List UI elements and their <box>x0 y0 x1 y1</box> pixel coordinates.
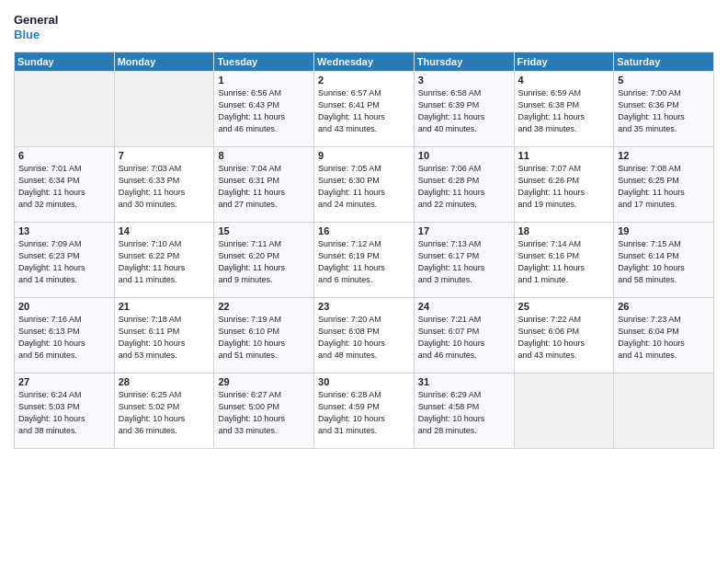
logo-svg: General Blue <box>14 9 60 44</box>
svg-text:Blue: Blue <box>14 28 40 41</box>
calendar-cell <box>114 72 214 147</box>
day-info: Sunrise: 6:57 AM Sunset: 6:41 PM Dayligh… <box>318 87 410 135</box>
day-number: 31 <box>418 376 510 387</box>
calendar-cell: 15Sunrise: 7:11 AM Sunset: 6:20 PM Dayli… <box>214 223 314 298</box>
day-info: Sunrise: 7:01 AM Sunset: 6:34 PM Dayligh… <box>18 163 110 211</box>
day-number: 29 <box>218 376 310 387</box>
day-number: 22 <box>218 301 310 312</box>
day-info: Sunrise: 7:06 AM Sunset: 6:28 PM Dayligh… <box>418 163 510 211</box>
weekday-header-wednesday: Wednesday <box>314 52 415 72</box>
day-number: 8 <box>218 150 310 161</box>
day-number: 1 <box>218 75 310 86</box>
calendar-cell: 8Sunrise: 7:04 AM Sunset: 6:31 PM Daylig… <box>214 147 314 223</box>
day-number: 27 <box>18 376 110 387</box>
weekday-header-thursday: Thursday <box>414 52 514 72</box>
day-info: Sunrise: 6:28 AM Sunset: 4:59 PM Dayligh… <box>318 389 410 437</box>
day-info: Sunrise: 7:05 AM Sunset: 6:30 PM Dayligh… <box>318 163 410 211</box>
calendar-cell: 22Sunrise: 7:19 AM Sunset: 6:10 PM Dayli… <box>214 298 314 373</box>
day-info: Sunrise: 7:11 AM Sunset: 6:20 PM Dayligh… <box>218 238 310 286</box>
logo: General Blue <box>14 9 60 44</box>
calendar-cell: 14Sunrise: 7:10 AM Sunset: 6:22 PM Dayli… <box>114 223 214 298</box>
day-info: Sunrise: 6:24 AM Sunset: 5:03 PM Dayligh… <box>18 389 110 437</box>
day-number: 9 <box>318 150 410 161</box>
day-info: Sunrise: 6:27 AM Sunset: 5:00 PM Dayligh… <box>218 389 310 437</box>
day-number: 5 <box>618 75 710 86</box>
calendar-cell: 16Sunrise: 7:12 AM Sunset: 6:19 PM Dayli… <box>314 223 415 298</box>
day-info: Sunrise: 6:56 AM Sunset: 6:43 PM Dayligh… <box>218 87 310 135</box>
day-info: Sunrise: 6:59 AM Sunset: 6:38 PM Dayligh… <box>518 87 610 135</box>
day-info: Sunrise: 7:04 AM Sunset: 6:31 PM Dayligh… <box>218 163 310 211</box>
weekday-header-sunday: Sunday <box>15 52 115 72</box>
weekday-header-saturday: Saturday <box>614 52 714 72</box>
day-info: Sunrise: 7:08 AM Sunset: 6:25 PM Dayligh… <box>618 163 710 211</box>
day-info: Sunrise: 7:14 AM Sunset: 6:16 PM Dayligh… <box>518 238 610 286</box>
day-number: 4 <box>518 75 610 86</box>
calendar-cell: 27Sunrise: 6:24 AM Sunset: 5:03 PM Dayli… <box>15 373 115 449</box>
day-info: Sunrise: 7:00 AM Sunset: 6:36 PM Dayligh… <box>618 87 710 135</box>
calendar-cell: 19Sunrise: 7:15 AM Sunset: 6:14 PM Dayli… <box>614 223 714 298</box>
day-number: 13 <box>18 225 110 236</box>
day-number: 2 <box>318 75 410 86</box>
day-number: 17 <box>418 225 510 236</box>
calendar-cell: 29Sunrise: 6:27 AM Sunset: 5:00 PM Dayli… <box>214 373 314 449</box>
calendar-cell: 2Sunrise: 6:57 AM Sunset: 6:41 PM Daylig… <box>314 72 415 147</box>
calendar-week-row: 13Sunrise: 7:09 AM Sunset: 6:23 PM Dayli… <box>15 223 714 298</box>
day-info: Sunrise: 7:03 AM Sunset: 6:33 PM Dayligh… <box>119 163 210 211</box>
day-number: 15 <box>218 225 310 236</box>
calendar-cell: 20Sunrise: 7:16 AM Sunset: 6:13 PM Dayli… <box>15 298 115 373</box>
weekday-header-friday: Friday <box>514 52 614 72</box>
calendar-cell: 4Sunrise: 6:59 AM Sunset: 6:38 PM Daylig… <box>514 72 614 147</box>
day-number: 16 <box>318 225 410 236</box>
calendar-table: SundayMondayTuesdayWednesdayThursdayFrid… <box>14 52 714 449</box>
day-number: 26 <box>618 301 710 312</box>
calendar-cell <box>15 72 115 147</box>
day-number: 24 <box>418 301 510 312</box>
calendar-week-row: 6Sunrise: 7:01 AM Sunset: 6:34 PM Daylig… <box>15 147 714 223</box>
calendar-cell: 21Sunrise: 7:18 AM Sunset: 6:11 PM Dayli… <box>114 298 214 373</box>
day-number: 23 <box>318 301 410 312</box>
day-info: Sunrise: 7:13 AM Sunset: 6:17 PM Dayligh… <box>418 238 510 286</box>
day-number: 12 <box>618 150 710 161</box>
calendar-week-row: 1Sunrise: 6:56 AM Sunset: 6:43 PM Daylig… <box>15 72 714 147</box>
day-info: Sunrise: 7:20 AM Sunset: 6:08 PM Dayligh… <box>318 314 410 362</box>
calendar-cell: 10Sunrise: 7:06 AM Sunset: 6:28 PM Dayli… <box>414 147 514 223</box>
calendar-cell: 31Sunrise: 6:29 AM Sunset: 4:58 PM Dayli… <box>414 373 514 449</box>
calendar-cell: 28Sunrise: 6:25 AM Sunset: 5:02 PM Dayli… <box>114 373 214 449</box>
day-number: 28 <box>119 376 210 387</box>
calendar-cell: 30Sunrise: 6:28 AM Sunset: 4:59 PM Dayli… <box>314 373 415 449</box>
weekday-header-tuesday: Tuesday <box>214 52 314 72</box>
calendar-cell: 12Sunrise: 7:08 AM Sunset: 6:25 PM Dayli… <box>614 147 714 223</box>
calendar-cell: 3Sunrise: 6:58 AM Sunset: 6:39 PM Daylig… <box>414 72 514 147</box>
day-info: Sunrise: 6:58 AM Sunset: 6:39 PM Dayligh… <box>418 87 510 135</box>
calendar-cell: 6Sunrise: 7:01 AM Sunset: 6:34 PM Daylig… <box>15 147 115 223</box>
calendar-cell: 9Sunrise: 7:05 AM Sunset: 6:30 PM Daylig… <box>314 147 415 223</box>
day-info: Sunrise: 6:29 AM Sunset: 4:58 PM Dayligh… <box>418 389 510 437</box>
day-info: Sunrise: 7:18 AM Sunset: 6:11 PM Dayligh… <box>119 314 210 362</box>
calendar-cell: 5Sunrise: 7:00 AM Sunset: 6:36 PM Daylig… <box>614 72 714 147</box>
calendar-cell: 13Sunrise: 7:09 AM Sunset: 6:23 PM Dayli… <box>15 223 115 298</box>
calendar-week-row: 20Sunrise: 7:16 AM Sunset: 6:13 PM Dayli… <box>15 298 714 373</box>
day-number: 18 <box>518 225 610 236</box>
calendar-cell: 7Sunrise: 7:03 AM Sunset: 6:33 PM Daylig… <box>114 147 214 223</box>
calendar-cell <box>514 373 614 449</box>
day-info: Sunrise: 7:16 AM Sunset: 6:13 PM Dayligh… <box>18 314 110 362</box>
header: General Blue <box>14 9 714 44</box>
day-info: Sunrise: 7:19 AM Sunset: 6:10 PM Dayligh… <box>218 314 310 362</box>
day-number: 11 <box>518 150 610 161</box>
day-info: Sunrise: 7:15 AM Sunset: 6:14 PM Dayligh… <box>618 238 710 286</box>
day-info: Sunrise: 7:22 AM Sunset: 6:06 PM Dayligh… <box>518 314 610 362</box>
weekday-header-monday: Monday <box>114 52 214 72</box>
day-number: 19 <box>618 225 710 236</box>
day-number: 14 <box>119 225 210 236</box>
day-number: 3 <box>418 75 510 86</box>
day-info: Sunrise: 7:12 AM Sunset: 6:19 PM Dayligh… <box>318 238 410 286</box>
day-number: 30 <box>318 376 410 387</box>
day-number: 25 <box>518 301 610 312</box>
calendar-cell: 26Sunrise: 7:23 AM Sunset: 6:04 PM Dayli… <box>614 298 714 373</box>
day-info: Sunrise: 7:23 AM Sunset: 6:04 PM Dayligh… <box>618 314 710 362</box>
day-info: Sunrise: 7:09 AM Sunset: 6:23 PM Dayligh… <box>18 238 110 286</box>
day-number: 7 <box>119 150 210 161</box>
calendar-week-row: 27Sunrise: 6:24 AM Sunset: 5:03 PM Dayli… <box>15 373 714 449</box>
calendar-cell: 18Sunrise: 7:14 AM Sunset: 6:16 PM Dayli… <box>514 223 614 298</box>
calendar-cell: 24Sunrise: 7:21 AM Sunset: 6:07 PM Dayli… <box>414 298 514 373</box>
